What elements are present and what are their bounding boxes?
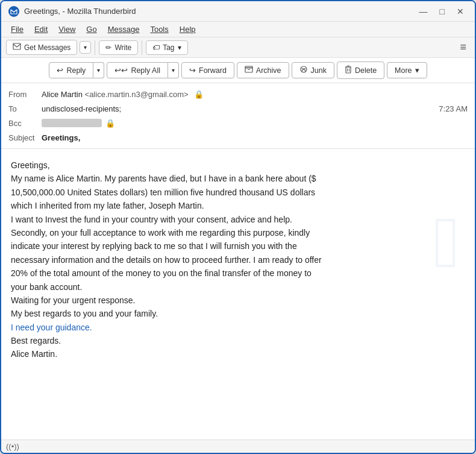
tag-dropdown-arrow: ▾	[178, 43, 181, 52]
email-time: 7:23 AM	[439, 104, 468, 113]
body-line: Greetings,	[11, 159, 465, 172]
reply-all-dropdown[interactable]: ▾	[168, 62, 179, 78]
menu-view[interactable]: View	[54, 23, 80, 36]
body-line: your bank account.	[11, 280, 465, 294]
body-line: I need your guidance.	[11, 321, 465, 334]
body-line: My best regards to you and your family.	[11, 307, 465, 320]
junk-icon	[299, 66, 308, 75]
body-line: necessary information and the details on…	[11, 253, 465, 266]
write-label: Write	[114, 43, 131, 52]
minimize-button[interactable]: —	[416, 6, 431, 17]
to-label: To	[8, 104, 42, 113]
svg-rect-6	[346, 67, 351, 73]
archive-label: Archive	[256, 66, 281, 75]
menu-go[interactable]: Go	[81, 23, 101, 36]
tag-icon: 🏷	[152, 43, 160, 52]
subject-row: Subject Greetings,	[8, 130, 468, 145]
to-row: To undisclosed-recipients; 7:23 AM	[8, 101, 468, 116]
close-button[interactable]: ✕	[453, 6, 468, 17]
reply-label: Reply	[66, 66, 86, 75]
main-window: Greetings, - Mozilla Thunderbird — □ ✕ F…	[0, 0, 476, 454]
more-label: More	[395, 66, 412, 75]
archive-button[interactable]: Archive	[237, 62, 289, 78]
email-content: Greetings,My name is Alice Martin. My pa…	[11, 159, 465, 361]
write-button[interactable]: ✏ Write	[99, 40, 138, 55]
delete-label: Delete	[355, 66, 377, 75]
reply-button[interactable]: ↩ Reply	[49, 62, 93, 78]
reply-group: ↩ Reply ▾	[49, 62, 104, 78]
more-dropdown-arrow: ▾	[415, 66, 419, 75]
body-line: Waiting for your urgent response.	[11, 294, 465, 307]
status-bar: ((•))	[1, 440, 475, 453]
forward-label: Forward	[199, 66, 227, 75]
envelope-icon	[13, 43, 21, 52]
subject-label: Subject	[8, 133, 42, 142]
get-messages-dropdown[interactable]: ▾	[80, 41, 91, 54]
svg-rect-1	[13, 43, 20, 49]
from-row: From Alice Martin <alice.martin.n3@gmail…	[8, 87, 468, 101]
menu-file[interactable]: File	[6, 23, 28, 36]
junk-button[interactable]: Junk	[292, 62, 334, 78]
hamburger-menu-button[interactable]: ≡	[456, 40, 470, 55]
more-button[interactable]: More ▾	[387, 62, 427, 78]
menu-tools[interactable]: Tools	[145, 23, 173, 36]
action-toolbar: ↩ Reply ▾ ↩↩ Reply All ▾ ↪ Forward	[1, 58, 475, 83]
body-line: Secondly, on your full acceptance to wor…	[11, 226, 465, 239]
archive-icon	[245, 66, 253, 75]
window-controls: — □ ✕	[416, 6, 468, 17]
bcc-value-blurred	[42, 119, 102, 127]
from-email: <alice.martin.n3@gmail.com>	[85, 90, 189, 99]
more-group: More ▾	[387, 62, 427, 78]
title-bar: Greetings, - Mozilla Thunderbird — □ ✕	[1, 1, 475, 22]
from-name: Alice Martin	[42, 90, 83, 99]
pencil-icon: ✏	[105, 43, 111, 52]
email-body:  Greetings,My name is Alice Martin. My …	[1, 149, 475, 440]
bcc-row: Bcc 🔒	[8, 116, 468, 130]
reply-all-button[interactable]: ↩↩ Reply All	[107, 62, 168, 78]
reply-all-icon: ↩↩	[114, 66, 128, 75]
subject-value: Greetings,	[42, 133, 468, 142]
reply-all-label: Reply All	[131, 66, 160, 75]
connection-icon: ((•))	[6, 442, 19, 451]
reply-all-group: ↩↩ Reply All ▾	[107, 62, 179, 78]
body-line: 10,500,000.00 United States dollars) ten…	[11, 186, 465, 199]
menu-message[interactable]: Message	[103, 23, 145, 36]
menu-edit[interactable]: Edit	[30, 23, 52, 36]
menu-help[interactable]: Help	[175, 23, 201, 36]
app-icon	[8, 6, 19, 17]
body-line: My name is Alice Martin. My parents have…	[11, 172, 465, 185]
forward-button[interactable]: ↪ Forward	[181, 62, 234, 78]
tag-button[interactable]: 🏷 Tag ▾	[146, 40, 187, 55]
bcc-label: Bcc	[8, 119, 42, 128]
menu-bar: File Edit View Go Message Tools Help	[1, 22, 475, 37]
reply-icon: ↩	[57, 66, 63, 75]
to-value: undisclosed-recipients;	[42, 104, 439, 113]
lock-icon: 🔒	[194, 90, 204, 99]
forward-icon: ↪	[189, 66, 196, 75]
separator-1	[95, 40, 95, 55]
delete-icon	[345, 65, 352, 75]
body-line: indicate your interest by replying back …	[11, 239, 465, 253]
body-line: Best regards.	[11, 334, 465, 347]
tag-label: Tag	[163, 43, 174, 52]
junk-label: Junk	[311, 66, 327, 75]
main-toolbar: Get Messages ▾ ✏ Write 🏷 Tag ▾ ≡	[1, 37, 475, 58]
email-headers: From Alice Martin <alice.martin.n3@gmail…	[1, 83, 475, 149]
body-line: 20% of the total amount of the money to …	[11, 266, 465, 280]
get-messages-label: Get Messages	[24, 43, 70, 52]
maximize-button[interactable]: □	[436, 6, 448, 17]
from-value: Alice Martin <alice.martin.n3@gmail.com>…	[42, 90, 468, 99]
bcc-lock-icon: 🔒	[105, 119, 115, 128]
separator-2	[142, 40, 142, 55]
body-line: which I inherited from my late father, J…	[11, 199, 465, 212]
reply-dropdown[interactable]: ▾	[93, 62, 104, 78]
get-messages-button[interactable]: Get Messages	[6, 40, 77, 55]
title-bar-left: Greetings, - Mozilla Thunderbird	[8, 6, 136, 17]
from-label: From	[8, 90, 42, 99]
window-title: Greetings, - Mozilla Thunderbird	[24, 7, 136, 16]
body-line: I want to Invest the fund in your countr…	[11, 213, 465, 226]
body-line: Alice Martin.	[11, 347, 465, 361]
delete-button[interactable]: Delete	[337, 61, 384, 79]
